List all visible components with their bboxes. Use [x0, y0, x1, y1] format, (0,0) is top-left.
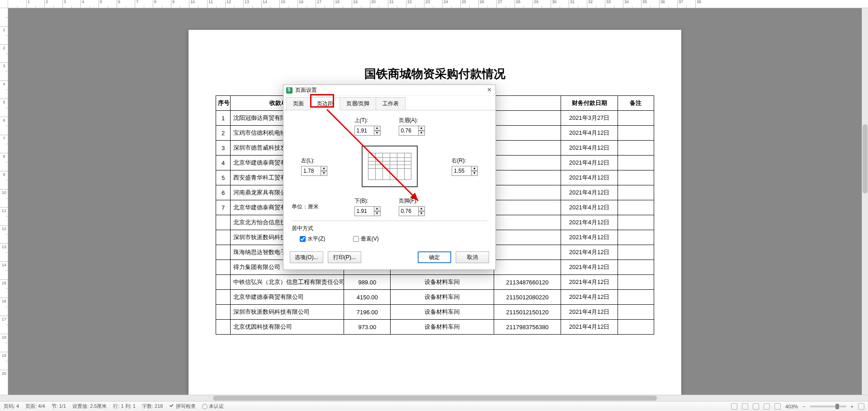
margin-left-group: 左(L): ▲▼: [301, 157, 327, 176]
th-date: 财务付款日期: [561, 96, 618, 111]
cell-dept: 设备材料车间: [391, 290, 494, 305]
status-setting: 设置值: 2.5厘米: [72, 403, 107, 410]
document-title: 国铁商城物资采购付款情况: [216, 66, 654, 82]
margin-right-input[interactable]: [452, 166, 472, 176]
view-mode-icon-3[interactable]: [753, 403, 759, 410]
zoom-out-button[interactable]: −: [802, 404, 805, 409]
view-mode-icon-5[interactable]: [774, 403, 781, 410]
cell-idx: 6: [216, 185, 231, 200]
cell-note: [618, 126, 654, 141]
cell-note: [618, 245, 654, 260]
ok-button[interactable]: 确定: [418, 251, 451, 263]
center-mode-section: 居中方式 水平(Z) 垂直(V): [292, 221, 487, 243]
margin-bottom-input[interactable]: [354, 206, 374, 216]
margin-top-group: 上(T): ▲▼: [354, 117, 381, 136]
zoom-slider[interactable]: [810, 406, 846, 407]
zoom-in-button[interactable]: +: [851, 404, 854, 409]
margin-header-input[interactable]: [399, 126, 419, 136]
cell-acct: [494, 230, 561, 245]
margin-footer-input[interactable]: [399, 206, 419, 216]
status-section: 节: 1/1: [52, 403, 66, 410]
margin-right-group: 右(R): ▲▼: [452, 157, 478, 176]
margin-header-down[interactable]: ▼: [419, 131, 425, 136]
view-mode-icon-2[interactable]: [742, 403, 748, 410]
table-row: 深圳市狄派数码科技有限公司7196.00设备材料车间21150121501202…: [216, 305, 654, 320]
cell-acct: 2117983756380: [494, 320, 561, 335]
margin-bottom-group: 下(B): ▲▼: [354, 197, 381, 216]
center-mode-label: 居中方式: [292, 225, 487, 232]
cell-note: [618, 200, 654, 215]
cell-idx: [216, 320, 231, 335]
cell-idx: [216, 260, 231, 275]
cell-amt: 4150.00: [344, 290, 391, 305]
cell-idx: 2: [216, 126, 231, 141]
center-horizontal-checkbox[interactable]: 水平(Z): [300, 235, 325, 243]
margin-bottom-up[interactable]: ▲: [374, 206, 381, 211]
cell-date: 2021年4月12日: [561, 126, 618, 141]
margin-bottom-down[interactable]: ▼: [374, 211, 381, 216]
horizontal-scrollbar[interactable]: [0, 395, 868, 401]
table-row: 北京优因科技有限公司973.00设备材料车间21179837563802021年…: [216, 320, 654, 335]
margin-right-down[interactable]: ▼: [472, 171, 478, 176]
vertical-scrollbar[interactable]: [862, 8, 868, 395]
table-row: 北京华建德泰商贸有限公司4150.00设备材料车间211501208022020…: [216, 290, 654, 305]
margin-top-input[interactable]: [354, 126, 374, 136]
cell-name: 深圳市狄派数码科技有限公司: [230, 305, 344, 320]
center-vertical-checkbox[interactable]: 垂直(V): [353, 235, 379, 243]
cell-idx: [216, 215, 231, 230]
cell-acct: [494, 200, 561, 215]
margin-footer-up[interactable]: ▲: [419, 206, 425, 211]
margin-left-down[interactable]: ▼: [321, 171, 327, 176]
zoom-slider-knob[interactable]: [835, 404, 839, 409]
dialog-footer: 选项(O)... 打印(P)... 确定 取消: [283, 247, 495, 269]
cell-note: [618, 185, 654, 200]
margin-header-up[interactable]: ▲: [419, 126, 425, 131]
status-auth[interactable]: 未认证: [202, 403, 224, 410]
cell-acct: 2115012080220: [494, 290, 561, 305]
margin-left-input[interactable]: [301, 166, 321, 176]
dialog-titlebar[interactable]: 页面设置 ✕: [283, 85, 495, 96]
status-chars: 字数: 218: [142, 403, 163, 410]
margin-footer-label: 页脚(F):: [399, 197, 425, 205]
unit-label: 单位：厘米: [292, 203, 319, 211]
cell-acct: [494, 170, 561, 185]
cell-note: [618, 111, 654, 126]
cell-idx: 3: [216, 141, 231, 156]
horizontal-scroll-thumb[interactable]: [213, 396, 657, 401]
zoom-value[interactable]: 403%: [785, 404, 798, 409]
cell-acct: [494, 245, 561, 260]
tab-margin[interactable]: 页边距: [310, 97, 340, 110]
print-button[interactable]: 打印(P)...: [328, 251, 361, 263]
margin-top-down[interactable]: ▼: [374, 131, 381, 136]
cancel-button[interactable]: 取消: [456, 251, 489, 263]
cell-note: [618, 290, 654, 305]
status-rowcol: 行: 1 列: 1: [113, 403, 136, 410]
th-acct: [494, 96, 561, 111]
close-icon[interactable]: ✕: [486, 87, 493, 94]
cell-acct: [494, 126, 561, 141]
margin-right-up[interactable]: ▲: [472, 166, 478, 171]
options-button[interactable]: 选项(O)...: [290, 251, 323, 263]
cell-note: [618, 230, 654, 245]
view-mode-icon-1[interactable]: [731, 403, 737, 410]
cell-acct: [494, 185, 561, 200]
fullscreen-icon[interactable]: [858, 403, 864, 410]
margin-footer-down[interactable]: ▼: [419, 211, 425, 216]
margin-bottom-label: 下(B):: [354, 197, 381, 205]
cell-date: 2021年4月12日: [561, 260, 618, 275]
tab-sheet[interactable]: 工作表: [376, 97, 406, 110]
tab-header-footer[interactable]: 页眉/页脚: [340, 97, 376, 110]
margin-left-up[interactable]: ▲: [321, 166, 327, 171]
tab-page[interactable]: 页面: [286, 97, 311, 110]
cell-idx: 5: [216, 170, 231, 185]
cell-acct: 2115012150120: [494, 305, 561, 320]
cell-date: 2021年4月12日: [561, 200, 618, 215]
status-spell[interactable]: 拼写检查: [169, 403, 196, 410]
margin-top-up[interactable]: ▲: [374, 126, 381, 131]
cell-dept: 设备材料车间: [391, 275, 494, 290]
page-setup-dialog: 页面设置 ✕ 页面 页边距 页眉/页脚 工作表 上(T): ▲▼ 页眉(A): …: [283, 85, 496, 270]
shield-icon: [202, 404, 208, 409]
view-mode-icon-4[interactable]: [764, 403, 770, 410]
cell-name: 中铁信弘兴（北京）信息工程有限责任公司: [230, 275, 344, 290]
vertical-scroll-thumb[interactable]: [863, 124, 868, 194]
